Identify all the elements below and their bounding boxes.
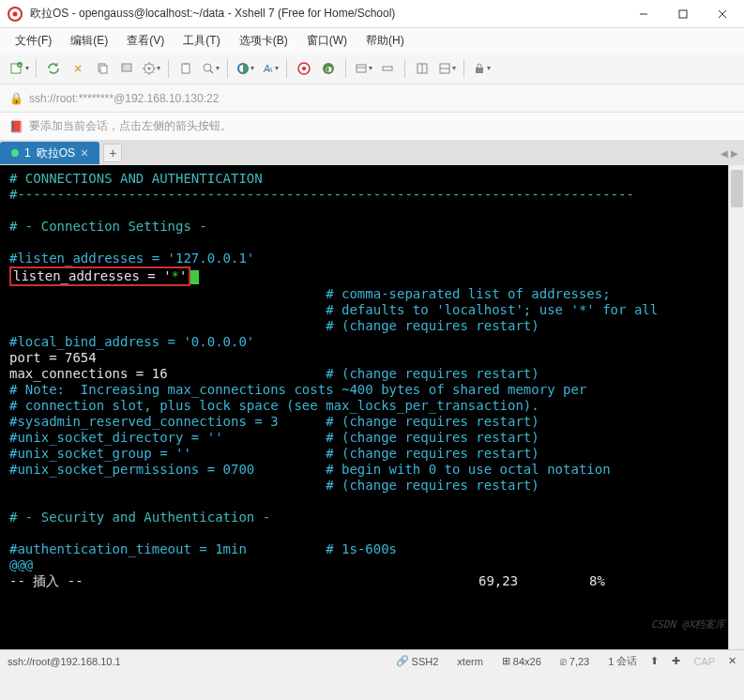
- config-comment: # begin with 0 to use octal notation: [326, 462, 610, 477]
- layout1-button[interactable]: [411, 57, 433, 80]
- config-line: # - Security and Authentication -: [9, 510, 270, 525]
- paste-button[interactable]: [175, 57, 197, 80]
- svg-point-13: [124, 67, 125, 68]
- maximize-button[interactable]: [669, 5, 697, 23]
- config-line: # CONNECTIONS AND AUTHENTICATION: [9, 171, 263, 186]
- menu-file[interactable]: 文件(F): [8, 29, 59, 53]
- session-tab[interactable]: 1 欧拉OS ×: [0, 142, 99, 164]
- reconnect-button[interactable]: [42, 57, 65, 80]
- terminal-area[interactable]: # CONNECTIONS AND AUTHENTICATION #------…: [0, 165, 744, 649]
- copy-button[interactable]: [91, 57, 114, 80]
- menu-tab[interactable]: 选项卡(B): [232, 29, 296, 53]
- config-comment: # (change requires restart): [326, 318, 539, 333]
- tab-bar: 1 欧拉OS × + ◀ ▶: [0, 141, 744, 165]
- flag-icon[interactable]: 📕: [9, 120, 23, 133]
- status-plus: ✚: [672, 655, 680, 667]
- compose-button[interactable]: ▾: [352, 57, 374, 80]
- svg-rect-10: [100, 66, 107, 73]
- link-icon: 🔗: [396, 655, 409, 667]
- config-comment: # 1s-600s: [326, 541, 397, 556]
- config-line: #sysadmin_reserved_connections = 3: [9, 414, 279, 429]
- window-title: 欧拉OS - opengauss@localhost:~/data - Xshe…: [30, 6, 630, 22]
- svg-rect-29: [383, 67, 392, 70]
- address-text[interactable]: ssh://root:********@192.168.10.130:22: [29, 92, 219, 105]
- tab-nav-arrows[interactable]: ◀ ▶: [721, 148, 738, 159]
- menu-help[interactable]: 帮助(H): [358, 29, 412, 53]
- watermark: CSDN @X档案库: [651, 616, 725, 632]
- menu-edit[interactable]: 编辑(E): [63, 29, 115, 53]
- grid-icon: ⊞: [502, 655, 510, 667]
- add-tab-button[interactable]: +: [103, 144, 122, 162]
- info-text: 要添加当前会话，点击左侧的箭头按钮。: [29, 118, 232, 134]
- address-bar: 🔒 ssh://root:********@192.168.10.130:22: [0, 84, 744, 113]
- config-line: #listen_addresses = '127.0.0.1': [9, 251, 254, 266]
- minimize-button[interactable]: [630, 5, 658, 23]
- window-titlebar: 欧拉OS - opengauss@localhost:~/data - Xshe…: [0, 0, 744, 28]
- config-line: #unix_socket_group = '': [9, 446, 191, 461]
- separator: [168, 59, 169, 78]
- config-line: @@@: [9, 557, 33, 572]
- menu-tools[interactable]: 工具(T): [175, 29, 227, 53]
- config-comment: # (change requires restart): [326, 446, 539, 461]
- cursor-icon: [190, 270, 199, 284]
- config-comment: # defaults to 'localhost'; use '*' for a…: [326, 302, 658, 317]
- tab-index: 1: [24, 146, 31, 160]
- xshell-icon[interactable]: [293, 57, 315, 80]
- highlighted-setting: listen_addresses = '*': [9, 266, 190, 286]
- config-comment: # (change requires restart): [326, 478, 539, 493]
- svg-rect-16: [182, 64, 190, 73]
- svg-text:+: +: [18, 62, 22, 68]
- editor-mode: -- 插入 --: [9, 573, 84, 588]
- config-line: max_connections = 16: [9, 366, 168, 381]
- cursor-position: 69,23: [478, 573, 518, 588]
- config-comment: # (change requires restart): [326, 430, 539, 445]
- menu-view[interactable]: 查看(V): [119, 29, 172, 53]
- config-line: #unix_socket_permissions = 0700: [9, 462, 254, 477]
- svg-rect-17: [184, 63, 188, 65]
- arrow-up-icon: ⬆: [650, 655, 659, 667]
- toolbar: +▾ ▾ ▾ ▾ AA▾ ◑ ▾ ▾ ▾: [0, 53, 744, 84]
- scroll-percent: 8%: [589, 573, 605, 588]
- config-line: # - Connection Settings -: [9, 219, 207, 234]
- disconnect-button[interactable]: [67, 57, 89, 80]
- status-sessions: 1 会话: [608, 654, 637, 668]
- svg-point-1: [13, 11, 18, 16]
- svg-point-12: [124, 65, 125, 66]
- close-button[interactable]: [708, 5, 736, 23]
- app-icon: [8, 7, 23, 22]
- font-button[interactable]: AA▾: [258, 57, 281, 80]
- config-comment: # (change requires restart): [326, 414, 539, 429]
- config-line: # connection slot, plus lock space (see …: [9, 398, 539, 413]
- scrollbar[interactable]: [728, 165, 744, 649]
- lock-button[interactable]: ▾: [470, 57, 493, 80]
- svg-rect-34: [476, 68, 483, 73]
- config-line: #---------------------------------------…: [9, 187, 634, 202]
- find-button[interactable]: ▾: [199, 57, 221, 80]
- scroll-thumb[interactable]: [731, 170, 743, 207]
- tunnel-button[interactable]: [376, 57, 399, 80]
- separator: [36, 59, 37, 78]
- config-line: #unix_socket_directory = '': [9, 430, 223, 445]
- new-session-button[interactable]: +▾: [8, 57, 30, 80]
- config-line: #local_bind_address = '0.0.0.0': [9, 334, 254, 349]
- config-line: # Note: Increasing max_connections costs…: [9, 382, 586, 397]
- separator: [404, 59, 405, 78]
- status-cap: CAP: [693, 656, 715, 667]
- svg-point-15: [147, 67, 150, 69]
- connected-dot-icon: [11, 149, 19, 157]
- tab-close-icon[interactable]: ×: [81, 145, 88, 160]
- config-comment: # comma-separated list of addresses;: [326, 286, 610, 301]
- svg-point-18: [204, 64, 211, 71]
- sessions-button[interactable]: [115, 57, 138, 80]
- layout2-button[interactable]: ▾: [435, 57, 458, 80]
- menubar: 文件(F) 编辑(E) 查看(V) 工具(T) 选项卡(B) 窗口(W) 帮助(…: [0, 28, 744, 53]
- xftp-icon[interactable]: ◑: [317, 57, 340, 80]
- menu-window[interactable]: 窗口(W): [299, 29, 355, 53]
- status-nl: ⬆: [650, 655, 659, 667]
- status-ssh: 🔗SSH2: [396, 655, 439, 667]
- terminal-content: # CONNECTIONS AND AUTHENTICATION #------…: [9, 171, 735, 589]
- properties-button[interactable]: ▾: [140, 57, 162, 80]
- cursor-icon: ⎚: [560, 656, 567, 667]
- status-size: ⊞84x26: [502, 655, 541, 667]
- color-button[interactable]: ▾: [234, 57, 256, 80]
